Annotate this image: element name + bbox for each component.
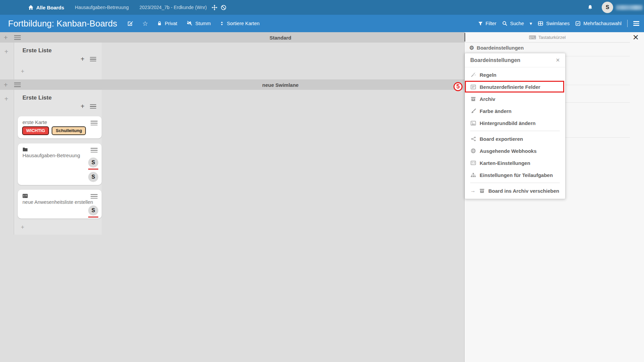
popup-divider: [470, 183, 560, 183]
menu-item-farbe-aendern[interactable]: Farbe ändern: [465, 105, 565, 117]
keyboard-shortcuts-link[interactable]: ⌨ Tastaturkürzel: [465, 32, 630, 43]
list-menu-hamburger-icon[interactable]: [90, 57, 96, 62]
member-avatar[interactable]: S: [88, 172, 98, 182]
menu-item-ausgehende-webhooks[interactable]: Ausgehende Webhooks: [465, 145, 565, 157]
globe-icon: [470, 148, 476, 154]
sort-cards-button[interactable]: Sortiere Karten: [220, 21, 260, 26]
menu-item-archiv[interactable]: Archiv: [465, 93, 565, 105]
add-swimlane-button[interactable]: +: [4, 34, 8, 42]
member-presence-underline: [88, 217, 98, 218]
all-boards-link[interactable]: Alle Boards: [28, 5, 64, 10]
swimlane-title: Standard: [269, 35, 291, 40]
sitemap-icon: [470, 173, 476, 178]
home-icon: [28, 5, 34, 10]
add-card-button[interactable]: +: [21, 68, 24, 75]
ban-icon[interactable]: [221, 5, 226, 10]
member-presence-underline: [88, 169, 98, 170]
arrow-right-icon: →: [470, 188, 476, 194]
board-menu-hamburger-icon[interactable]: [633, 21, 639, 26]
menu-item-hintergrundbild-aendern[interactable]: Hintergrundbild ändern: [465, 117, 565, 129]
megaphone-slash-icon: [186, 21, 193, 26]
checkbox-check-icon: [575, 21, 581, 26]
filter-label: Filter: [486, 21, 496, 26]
card-erste-karte[interactable]: erste Karte WICHTIG Schulleitung: [18, 116, 102, 138]
swimlanes-label: Swimlanes: [546, 21, 570, 26]
menu-item-einstellungen-teilaufgaben[interactable]: Einstellungen für Teilaufgaben: [465, 169, 565, 181]
menu-item-benutzerdefinierte-felder[interactable]: Benutzerdefinierte Felder: [465, 81, 565, 93]
annotation-step-number: 5: [456, 83, 460, 90]
add-list-button[interactable]: +: [4, 48, 8, 56]
board-title: Fortbildung: Kanban-Boards: [8, 18, 117, 29]
search-label: Suche: [510, 21, 524, 26]
mute-toggle[interactable]: Stumm: [186, 21, 211, 26]
menu-item-label: Board ins Archiv verschieben: [488, 188, 559, 194]
popup-close-icon[interactable]: ×: [556, 56, 560, 64]
multiselect-button[interactable]: Mehrfachauswahl: [575, 21, 622, 26]
swimlanes-view-button[interactable]: Swimlanes: [538, 21, 570, 26]
image-icon: [470, 121, 476, 126]
add-card-button[interactable]: +: [21, 224, 24, 231]
keyboard-shortcuts-label: Tastaturkürzel: [538, 35, 566, 40]
list-erste-liste-2: Erste Liste + erste Karte WICHTIG Schull…: [14, 90, 102, 235]
move-icon[interactable]: [212, 5, 217, 10]
menu-item-regeln[interactable]: Regeln: [465, 69, 565, 81]
menu-item-karten-einstellungen[interactable]: Karten-Einstellungen: [465, 157, 565, 169]
add-card-top-button[interactable]: +: [80, 55, 85, 63]
notifications-bell-icon[interactable]: [587, 4, 593, 10]
member-avatar[interactable]: S: [88, 205, 98, 216]
add-list-button[interactable]: +: [4, 95, 8, 103]
share-icon: [470, 136, 476, 141]
board-settings-menu-item[interactable]: ⚙ Boardeinstellungen: [469, 45, 524, 51]
member-initial: S: [92, 207, 95, 214]
keyboard-icon: ⌨: [529, 35, 536, 40]
card-neue-anwesenheitsliste[interactable]: neue Anwesenheitsliste erstellen S: [18, 190, 102, 219]
privacy-label: Privat: [165, 21, 177, 26]
all-boards-label: Alle Boards: [36, 5, 64, 10]
popup-divider: [470, 131, 560, 131]
board-link-1[interactable]: Hausaufgaben-Betreuung: [75, 5, 128, 10]
card-hausaufgaben-betreuung[interactable]: Hausaufgaben-Betreuung S S: [18, 143, 102, 185]
card-hamburger-icon[interactable]: [91, 194, 98, 199]
label-badge-wichtig: WICHTIG: [22, 126, 49, 135]
menu-item-label: Board exportieren: [480, 136, 523, 142]
mute-label: Stumm: [195, 21, 211, 26]
archive-icon: [479, 188, 485, 193]
add-card-top-button[interactable]: +: [80, 103, 85, 110]
menu-item-board-exportieren[interactable]: Board exportieren: [465, 133, 565, 145]
member-initial: S: [92, 160, 95, 166]
edit-board-title-button[interactable]: [127, 20, 133, 26]
user-avatar[interactable]: S: [602, 2, 613, 13]
search-icon: [502, 21, 507, 26]
list-title: Erste Liste: [22, 95, 52, 101]
list-fields-icon: [470, 84, 476, 89]
user-initial: S: [606, 4, 609, 10]
privacy-toggle[interactable]: Privat: [157, 21, 177, 26]
member-avatar[interactable]: S: [88, 158, 98, 168]
search-button[interactable]: Suche: [502, 21, 524, 26]
archive-icon: [470, 97, 476, 102]
top-navigation-bar: Alle Boards Hausaufgaben-Betreuung 2023/…: [0, 0, 644, 15]
board-link-2[interactable]: 2023/2024_7b - Erdkunde (Wnr): [140, 5, 207, 10]
list-menu-hamburger-icon[interactable]: [90, 104, 96, 109]
card-hamburger-icon[interactable]: [91, 148, 98, 153]
filter-button[interactable]: Filter: [478, 21, 496, 26]
chevron-down-icon[interactable]: ▾: [530, 21, 532, 26]
menu-item-board-ins-archiv[interactable]: → Board ins Archiv verschieben: [465, 185, 565, 197]
sort-icon: [220, 21, 224, 26]
id-card-icon: [22, 194, 28, 198]
swimlane-menu-hamburger-icon[interactable]: [14, 35, 21, 40]
menu-item-label: Ausgehende Webhooks: [480, 148, 537, 154]
swimlanes-grid-icon: [538, 21, 543, 26]
add-swimlane-button[interactable]: +: [4, 81, 8, 89]
sidebar-close-icon[interactable]: ×: [633, 32, 639, 43]
menu-item-label: Regeln: [480, 72, 496, 78]
star-board-button[interactable]: ☆: [142, 20, 148, 27]
board-settings-label: Boardeinstellungen: [477, 45, 524, 51]
card-hamburger-icon[interactable]: [91, 121, 98, 125]
sort-label: Sortiere Karten: [227, 21, 260, 26]
swimlane-menu-hamburger-icon[interactable]: [14, 82, 21, 87]
filter-icon: [478, 21, 483, 26]
paintbrush-icon: [470, 108, 476, 114]
card-title: Hausaufgaben-Betreuung: [22, 153, 80, 158]
menu-item-label: Hintergrundbild ändern: [480, 120, 536, 126]
